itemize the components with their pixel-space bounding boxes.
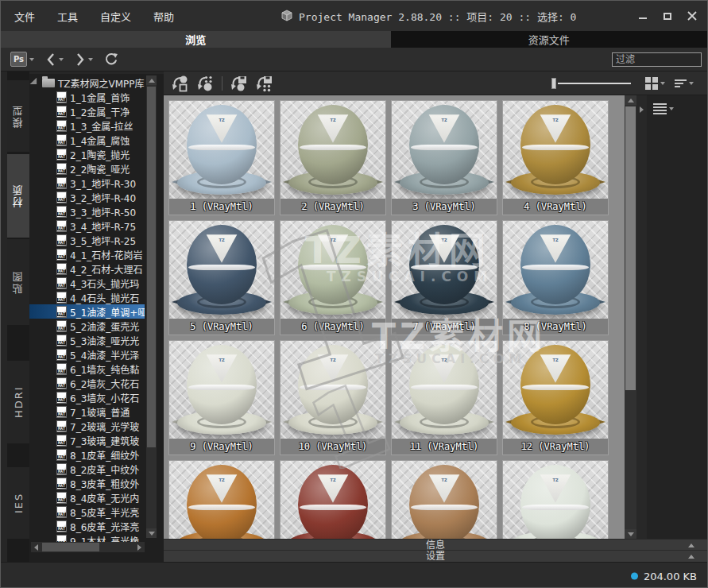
tree-item[interactable]: MAT 8_2皮革_中纹外 bbox=[29, 462, 145, 476]
tree-item[interactable]: MAT 4_2_石材-大理石 bbox=[29, 261, 145, 276]
tree-item[interactable]: MAT 3_2_地坪-R-40 bbox=[29, 190, 145, 204]
category-tab[interactable]: 模型 bbox=[7, 80, 29, 152]
grid-scrollbar-thumb[interactable] bbox=[625, 106, 636, 390]
right-panel-splitter[interactable] bbox=[636, 95, 647, 539]
photoshop-dropdown-caret-icon[interactable] bbox=[29, 58, 34, 61]
view-mode-caret-icon[interactable] bbox=[660, 82, 665, 85]
collapse-arrow-icon[interactable] bbox=[688, 555, 694, 559]
tree-item[interactable]: MAT 3_3_地坪-R-50 bbox=[29, 204, 145, 219]
tree-item[interactable]: MAT 5_4油漆_半光泽 bbox=[29, 347, 145, 362]
tree-item[interactable]: MAT 8_5皮革_半光亮 bbox=[29, 505, 145, 519]
menu-item[interactable]: 文件 bbox=[14, 9, 35, 24]
assign-material-to-scene-button[interactable] bbox=[195, 75, 215, 92]
tree-horizontal-scrollbar[interactable] bbox=[31, 542, 145, 552]
tree-vertical-scrollbar[interactable] bbox=[146, 75, 157, 538]
tree-item[interactable]: MAT 8_1皮革_细纹外 bbox=[29, 447, 145, 462]
tree-item[interactable]: MAT 5_1油漆_单调+哑 bbox=[29, 304, 145, 319]
scroll-down-button[interactable] bbox=[146, 528, 157, 538]
tree-item[interactable]: MAT 4_4石头_抛光石 bbox=[29, 290, 145, 304]
panel-menu-button[interactable] bbox=[653, 102, 674, 116]
tree-item[interactable]: MAT 4_1_石材-花岗岩 bbox=[29, 247, 145, 261]
filter-input[interactable] bbox=[612, 52, 702, 67]
tree-item[interactable]: MAT 6_3墙灰_小花石 bbox=[29, 390, 145, 404]
tree-item[interactable]: MAT 8_3皮革_粗纹外 bbox=[29, 476, 145, 490]
minimize-button[interactable] bbox=[637, 10, 648, 21]
tree-item[interactable]: MAT 8_4皮革_无光内 bbox=[29, 490, 145, 505]
material-thumbnail[interactable]: TZ bbox=[168, 460, 275, 539]
main-tab[interactable]: 浏览 bbox=[1, 31, 391, 48]
material-thumbnail[interactable]: TZ bbox=[391, 460, 497, 539]
thumbnail-size-slider[interactable] bbox=[551, 78, 631, 89]
tree-hscrollbar-thumb[interactable] bbox=[42, 543, 99, 551]
material-thumbnail[interactable]: TZ 3 (VRayMtl) bbox=[391, 100, 497, 215]
tree-scrollbar-thumb[interactable] bbox=[147, 87, 156, 447]
tree-item[interactable]: MAT 8_6皮革_光泽亮 bbox=[29, 519, 145, 533]
material-thumbnail[interactable]: TZ 9 (VRayMtl) bbox=[168, 340, 275, 455]
material-thumbnail[interactable]: TZ bbox=[502, 460, 609, 539]
menu-item[interactable]: 工具 bbox=[57, 9, 78, 24]
photoshop-button[interactable]: Ps bbox=[10, 52, 27, 67]
save-material-button[interactable] bbox=[229, 75, 248, 92]
material-thumbnail[interactable]: TZ 4 (VRayMtl) bbox=[502, 100, 609, 215]
sort-caret-icon[interactable] bbox=[689, 82, 694, 85]
material-thumbnail[interactable]: TZ 7 (VRayMtl) bbox=[391, 220, 497, 335]
forward-dropdown-caret-icon[interactable] bbox=[88, 58, 93, 61]
material-thumbnail[interactable]: TZ 11 (VRayMtl) bbox=[391, 340, 497, 455]
back-button[interactable] bbox=[45, 52, 56, 67]
tree-item[interactable]: MAT 1_3_金属-拉丝 bbox=[29, 118, 145, 133]
tree-item[interactable]: MAT 5_2油漆_蛋壳光 bbox=[29, 319, 145, 333]
scroll-up-button[interactable] bbox=[146, 75, 157, 85]
tree-item[interactable]: MAT 1_1金属_首饰 bbox=[29, 90, 145, 104]
tree-item[interactable]: MAT 7_1玻璃_普通 bbox=[29, 404, 145, 419]
slider-track[interactable] bbox=[558, 83, 631, 84]
tree-item[interactable]: MAT 7_3玻璃_建筑玻 bbox=[29, 433, 145, 447]
tree-item[interactable]: MAT 1_2金属_干净 bbox=[29, 104, 145, 118]
menu-item[interactable]: 自定义 bbox=[100, 9, 131, 24]
material-thumbnail[interactable]: TZ 8 (VRayMtl) bbox=[502, 220, 609, 335]
maximize-button[interactable] bbox=[662, 10, 673, 21]
category-tab[interactable]: IES bbox=[7, 467, 29, 539]
tree-root-folder[interactable]: TZ素材网之VMPP库 bbox=[29, 75, 145, 90]
save-all-materials-button[interactable] bbox=[254, 75, 273, 92]
material-thumbnail[interactable]: TZ 1 (VRayMtl) bbox=[168, 100, 275, 215]
category-tab[interactable]: 贴图 bbox=[7, 239, 29, 325]
scroll-right-button[interactable] bbox=[134, 542, 145, 552]
grid-scroll-down-button[interactable] bbox=[625, 529, 636, 539]
view-mode-button[interactable] bbox=[645, 77, 665, 90]
close-button[interactable] bbox=[687, 10, 698, 21]
tree-item[interactable]: MAT 3_1_地坪-R-30 bbox=[29, 176, 145, 190]
back-dropdown-caret-icon[interactable] bbox=[59, 58, 64, 61]
assign-material-to-selection-button[interactable] bbox=[170, 75, 189, 92]
menu-item[interactable]: 帮助 bbox=[153, 9, 174, 24]
tree-item[interactable]: MAT 4_3石头_抛光玛 bbox=[29, 276, 145, 290]
tree-item[interactable]: MAT 6_2墙灰_大花石 bbox=[29, 376, 145, 390]
slider-handle[interactable] bbox=[551, 78, 556, 89]
tree-item[interactable]: MAT 6_1墙灰_纯色黏 bbox=[29, 362, 145, 376]
material-thumbnail[interactable]: TZ 10 (VRayMtl) bbox=[280, 340, 386, 455]
main-tab[interactable]: 资源文件 bbox=[391, 31, 707, 48]
expand-right-panel-button[interactable] bbox=[636, 105, 647, 114]
category-tab[interactable]: 材质 bbox=[7, 154, 29, 238]
sort-button[interactable] bbox=[675, 78, 694, 89]
collapse-arrow-icon[interactable] bbox=[688, 544, 694, 547]
tree-item[interactable]: MAT 3_4_地坪-R-75 bbox=[29, 219, 145, 233]
tree-item[interactable]: MAT 3_5_地坪-R-25 bbox=[29, 233, 145, 247]
tree-item[interactable]: MAT 2_2陶瓷_哑光 bbox=[29, 161, 145, 176]
grid-scroll-up-button[interactable] bbox=[625, 95, 636, 105]
material-thumbnail[interactable]: TZ 6 (VRayMtl) bbox=[280, 220, 386, 335]
tree-item[interactable]: MAT 1_4金属_腐蚀 bbox=[29, 133, 145, 147]
material-thumbnail[interactable]: TZ 12 (VRayMtl) bbox=[502, 340, 609, 455]
tree-item[interactable]: MAT 7_2玻璃_光学玻 bbox=[29, 419, 145, 433]
refresh-button[interactable] bbox=[104, 52, 118, 67]
collapsed-panel-bar[interactable]: 设置 bbox=[164, 550, 707, 562]
tree-item[interactable]: MAT 2_1陶瓷_抛光 bbox=[29, 147, 145, 161]
category-tab[interactable]: HDRI bbox=[7, 361, 29, 443]
expander-icon[interactable] bbox=[30, 78, 41, 88]
material-thumbnail[interactable]: TZ 2 (VRayMtl) bbox=[280, 100, 386, 215]
forward-button[interactable] bbox=[75, 52, 86, 67]
tree-item[interactable]: MAT 5_3油漆_哑光光 bbox=[29, 333, 145, 347]
material-thumbnail[interactable]: TZ bbox=[280, 460, 386, 539]
material-thumbnail[interactable]: TZ 5 (VRayMtl) bbox=[168, 220, 275, 335]
grid-vertical-scrollbar[interactable] bbox=[625, 95, 636, 539]
panel-menu-caret-icon[interactable] bbox=[669, 107, 674, 110]
